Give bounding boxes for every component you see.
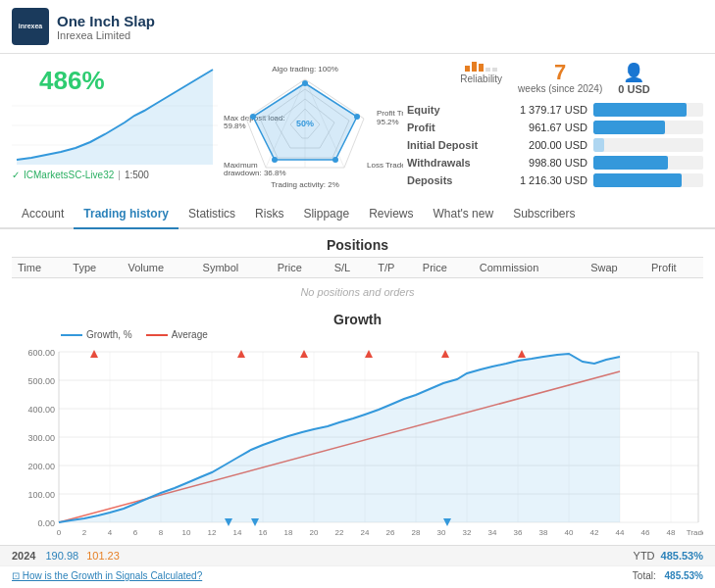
- svg-marker-96: [237, 350, 245, 358]
- legend-growth: Growth, %: [61, 329, 132, 340]
- svg-text:8: 8: [159, 528, 164, 537]
- growth-percentage: 486%: [39, 66, 105, 96]
- svg-marker-95: [90, 350, 98, 358]
- svg-text:32: 32: [463, 528, 472, 537]
- total-label: Total:: [633, 570, 656, 581]
- tab-whats-new[interactable]: What's new: [423, 200, 503, 229]
- svg-text:44: 44: [616, 528, 625, 537]
- broker-name: ICMarketsSC-Live32: [24, 170, 114, 180]
- svg-text:Trades: Trades: [687, 528, 703, 537]
- svg-text:0: 0: [57, 528, 62, 537]
- svg-text:40: 40: [565, 528, 574, 537]
- svg-text:Algo trading: 100%: Algo trading: 100%: [272, 65, 338, 74]
- logo: inrexea: [12, 8, 49, 45]
- tab-trading-history[interactable]: Trading history: [74, 200, 179, 229]
- svg-text:46: 46: [641, 528, 650, 537]
- app-subtitle: Inrexea Limited: [57, 29, 155, 41]
- metric-row: Deposits1 216.30 USD: [407, 173, 703, 187]
- tab-slippage[interactable]: Slippage: [293, 200, 359, 229]
- svg-text:drawdown: 36.8%: drawdown: 36.8%: [224, 169, 286, 177]
- svg-text:Trading activity: 2%: Trading activity: 2%: [271, 180, 339, 189]
- footer-link[interactable]: ⊡ How is the Growth in Signals Calculate…: [12, 570, 202, 581]
- svg-point-24: [354, 114, 360, 120]
- svg-marker-98: [365, 350, 373, 358]
- svg-text:500.00: 500.00: [27, 376, 55, 386]
- radar-chart: Algo trading: 100% Profit Trades: 95.2% …: [222, 62, 403, 189]
- balance-widget: 👤 0 USD: [618, 62, 649, 95]
- svg-text:20: 20: [310, 528, 319, 537]
- svg-text:Profit Trades:: Profit Trades:: [377, 109, 403, 118]
- growth-title: Growth: [12, 312, 703, 327]
- svg-text:59.8%: 59.8%: [224, 122, 246, 130]
- weeks-label: weeks (since 2024): [518, 83, 602, 94]
- svg-point-27: [250, 114, 256, 120]
- svg-marker-99: [441, 350, 449, 358]
- app-title: One Inch Slap: [57, 13, 155, 29]
- svg-text:16: 16: [259, 528, 268, 537]
- positions-table: Time Type Volume Symbol Price S/L T/P Pr…: [12, 257, 703, 306]
- svg-text:42: 42: [590, 528, 599, 537]
- leverage: 1:500: [125, 170, 149, 180]
- year-val2: 101.23: [86, 550, 120, 562]
- metric-row: Profit961.67 USD: [407, 121, 703, 134]
- svg-text:18: 18: [284, 528, 293, 537]
- svg-text:30: 30: [437, 528, 446, 537]
- svg-text:0.00: 0.00: [37, 518, 55, 528]
- svg-text:200.00: 200.00: [27, 462, 55, 471]
- ytd-label: YTD: [634, 550, 655, 562]
- growth-chart: 600.00 500.00 400.00 300.00 200.00 100.0…: [12, 342, 703, 538]
- svg-text:12: 12: [208, 528, 217, 537]
- svg-text:38: 38: [539, 528, 548, 537]
- svg-text:100.00: 100.00: [27, 490, 55, 500]
- svg-text:50%: 50%: [296, 119, 314, 128]
- positions-title: Positions: [12, 237, 703, 253]
- svg-text:600.00: 600.00: [27, 348, 55, 358]
- svg-text:24: 24: [361, 528, 370, 537]
- svg-point-25: [332, 157, 338, 163]
- metric-row: Withdrawals998.80 USD: [407, 156, 703, 170]
- svg-text:95.2%: 95.2%: [377, 118, 399, 126]
- svg-text:28: 28: [412, 528, 421, 537]
- balance-value: 0 USD: [618, 83, 649, 95]
- tab-reviews[interactable]: Reviews: [359, 200, 423, 229]
- svg-text:10: 10: [182, 528, 191, 537]
- tab-statistics[interactable]: Statistics: [179, 200, 245, 229]
- total-value: 485.53%: [665, 570, 703, 581]
- metrics-list: Equity1 379.17 USDProfit961.67 USDInitia…: [407, 103, 703, 187]
- svg-marker-100: [518, 350, 526, 358]
- check-icon: ✓: [12, 170, 20, 180]
- svg-point-26: [272, 157, 278, 163]
- svg-text:2: 2: [82, 528, 87, 537]
- legend-average: Average: [146, 329, 208, 340]
- svg-text:48: 48: [667, 528, 676, 537]
- svg-marker-105: [59, 354, 620, 522]
- svg-text:22: 22: [335, 528, 344, 537]
- svg-text:36: 36: [514, 528, 523, 537]
- weeks-widget: 7 weeks (since 2024): [518, 62, 602, 95]
- tab-bar: Account Trading history Statistics Risks…: [0, 200, 715, 229]
- metric-row: Initial Deposit200.00 USD: [407, 138, 703, 152]
- svg-text:26: 26: [386, 528, 395, 537]
- tab-account[interactable]: Account: [12, 200, 74, 229]
- weeks-value: 7: [518, 62, 602, 83]
- svg-text:14: 14: [233, 528, 242, 537]
- svg-text:34: 34: [488, 528, 497, 537]
- svg-marker-97: [300, 350, 308, 358]
- svg-point-23: [302, 80, 308, 86]
- no-positions-message: No positions and orders: [12, 278, 703, 307]
- year-val1: 190.98: [45, 550, 78, 562]
- ytd-value: 485.53%: [661, 550, 703, 562]
- svg-text:300.00: 300.00: [27, 433, 55, 443]
- svg-text:Loss Trades: 4.8%: Loss Trades: 4.8%: [367, 161, 403, 170]
- svg-text:4: 4: [108, 528, 113, 537]
- svg-text:6: 6: [133, 528, 138, 537]
- tab-risks[interactable]: Risks: [245, 200, 293, 229]
- svg-text:400.00: 400.00: [27, 405, 55, 415]
- reliability-widget: Reliability: [460, 62, 502, 95]
- tab-subscribers[interactable]: Subscribers: [503, 200, 585, 229]
- metric-row: Equity1 379.17 USD: [407, 103, 703, 117]
- year-label: 2024: [12, 550, 35, 562]
- reliability-label: Reliability: [460, 74, 502, 84]
